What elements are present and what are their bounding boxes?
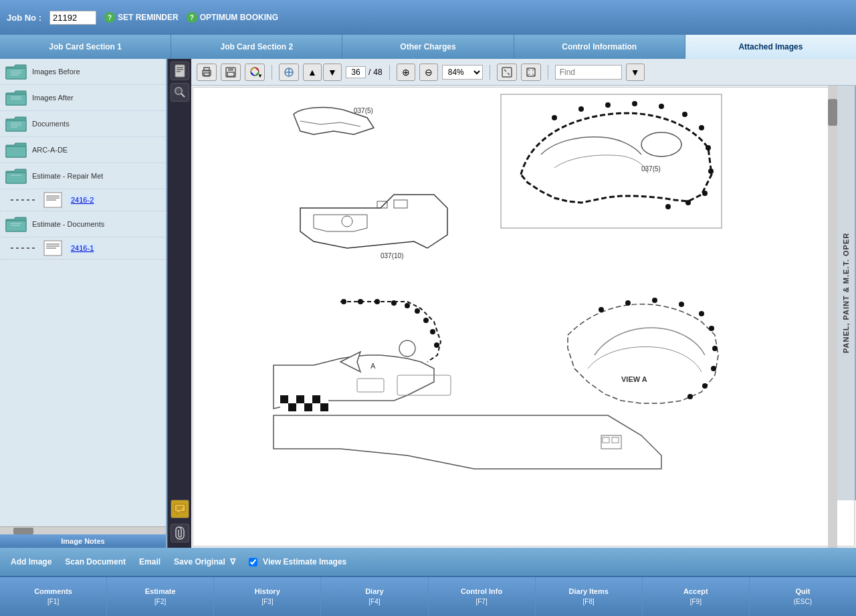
tab-job-card-section-1[interactable]: Job Card Section 1: [0, 35, 171, 59]
image-notes-bar: Image Notes: [0, 534, 166, 548]
svg-point-102: [712, 346, 718, 351]
list-item[interactable]: Images After: [0, 85, 166, 111]
svg-point-97: [625, 300, 631, 306]
toolbar-separator: [272, 65, 272, 80]
page-number-input[interactable]: [346, 66, 366, 78]
find-options-button[interactable]: ▼: [626, 64, 645, 81]
tab-control-information[interactable]: Control Information: [514, 35, 685, 59]
footer-quit[interactable]: Quit (ESC): [750, 577, 856, 616]
nav-down-button[interactable]: ▼: [323, 64, 342, 81]
job-no-input[interactable]: [49, 11, 96, 25]
footer-bar: Comments [F1] Estimate [F2] History [F3]…: [0, 576, 856, 616]
svg-line-42: [504, 70, 506, 72]
scan-document-button[interactable]: Scan Document: [65, 557, 126, 567]
zoom-select[interactable]: 84% 100% 75% 50% 150%: [442, 65, 483, 80]
list-item[interactable]: Estimate - Documents: [0, 211, 166, 237]
svg-rect-31: [204, 68, 209, 71]
sub-file-label: 2416-1: [68, 243, 96, 253]
svg-point-82: [341, 299, 346, 304]
job-no-label: Job No :: [7, 13, 41, 23]
zoom-out-button[interactable]: ⊖: [419, 64, 438, 81]
svg-rect-73: [304, 395, 312, 403]
view-estimate-images-checkbox[interactable]: View Estimate Images: [249, 557, 346, 567]
nav-up-button[interactable]: ▲: [303, 64, 322, 81]
svg-point-96: [599, 307, 604, 312]
doc-icon: [43, 192, 63, 208]
expand-button[interactable]: [521, 64, 541, 81]
svg-rect-36: [227, 72, 234, 76]
sub-line-icon: [11, 247, 37, 249]
svg-point-60: [659, 104, 664, 109]
svg-point-101: [709, 326, 714, 331]
zoom-in-button[interactable]: ⊕: [397, 64, 415, 81]
booking-icon: ?: [187, 12, 197, 23]
list-item[interactable]: 2416-1: [0, 237, 166, 260]
save-button[interactable]: [221, 64, 241, 81]
attachment-button[interactable]: [171, 524, 189, 542]
tab-job-card-section-2[interactable]: Job Card Section 2: [171, 35, 342, 59]
footer-estimate[interactable]: Estimate [F2]: [107, 577, 214, 616]
svg-point-100: [699, 311, 704, 316]
file-label: Images Before: [32, 68, 80, 76]
sub-line-icon: [11, 199, 37, 201]
fit-button[interactable]: [497, 64, 517, 81]
page-info: / 48: [346, 66, 383, 78]
folder-icon: [5, 141, 27, 159]
footer-history[interactable]: History [F3]: [214, 577, 321, 616]
toolbar: ▼ ▲ ▼ / 48 ⊕ ⊖ 84% 100% 75% 50%: [191, 59, 856, 86]
svg-point-63: [706, 145, 711, 150]
svg-point-86: [405, 303, 410, 308]
find-input[interactable]: [555, 65, 622, 80]
svg-point-61: [682, 112, 687, 117]
svg-point-99: [679, 302, 684, 307]
footer-diary-items[interactable]: Diary Items [F8]: [536, 577, 643, 616]
toolbar-separator-2: [389, 65, 390, 80]
scroll-thumb[interactable]: [828, 99, 837, 126]
doc-view-button[interactable]: [171, 62, 189, 80]
chat-button[interactable]: [171, 500, 189, 518]
doc-canvas[interactable]: 037(5) 037(10): [193, 87, 855, 546]
svg-rect-78: [296, 403, 304, 411]
list-item[interactable]: ARC-A-DE: [0, 137, 166, 163]
svg-point-56: [552, 115, 557, 120]
footer-comments[interactable]: Comments [F1]: [0, 577, 107, 616]
footer-diary[interactable]: Diary [F4]: [321, 577, 428, 616]
list-item[interactable]: Documents: [0, 111, 166, 137]
list-item[interactable]: 2416-2: [0, 189, 166, 211]
search-view-button[interactable]: [171, 83, 189, 102]
color-button[interactable]: ▼: [245, 64, 265, 81]
toolbar-separator-4: [548, 65, 548, 80]
vertical-scrollbar[interactable]: [828, 86, 837, 548]
navigate-button[interactable]: [279, 64, 299, 81]
svg-rect-76: [280, 403, 288, 411]
svg-rect-70: [280, 395, 288, 403]
estimate-images-check[interactable]: [249, 558, 257, 567]
add-image-button[interactable]: Add Image: [11, 557, 51, 567]
svg-point-90: [434, 342, 439, 348]
folder-icon: [5, 167, 27, 185]
navigation-controls: ▲ ▼: [303, 64, 342, 81]
optimum-booking-button[interactable]: ? OPTIMUM BOOKING: [187, 12, 278, 23]
horizontal-scrollbar[interactable]: [0, 526, 166, 534]
email-button[interactable]: Email: [139, 557, 160, 567]
tab-other-charges[interactable]: Other Charges: [342, 35, 514, 59]
vertical-label: PANEL, PAINT & M.E.T. OPER: [837, 86, 856, 500]
folder-icon: [5, 115, 27, 132]
svg-point-58: [605, 102, 611, 108]
main-content: Images Before Images After: [0, 59, 856, 548]
footer-control-info[interactable]: Control Info [F7]: [429, 577, 536, 616]
svg-point-57: [578, 106, 584, 112]
doc-icon: [43, 240, 63, 256]
footer-accept[interactable]: Accept [F9]: [643, 577, 750, 616]
print-button[interactable]: [197, 64, 217, 81]
save-original-button[interactable]: Save Original ∇: [174, 557, 235, 567]
folder-icon: [5, 89, 27, 106]
svg-rect-32: [204, 73, 209, 76]
svg-rect-79: [304, 403, 312, 411]
list-item[interactable]: Estimate - Repair Met: [0, 163, 166, 189]
list-item[interactable]: Images Before: [0, 59, 166, 85]
svg-rect-72: [296, 395, 304, 403]
reminder-icon: ?: [104, 12, 115, 23]
tab-attached-images[interactable]: Attached Images: [685, 35, 856, 59]
set-reminder-button[interactable]: ? SET REMINDER: [104, 12, 179, 23]
